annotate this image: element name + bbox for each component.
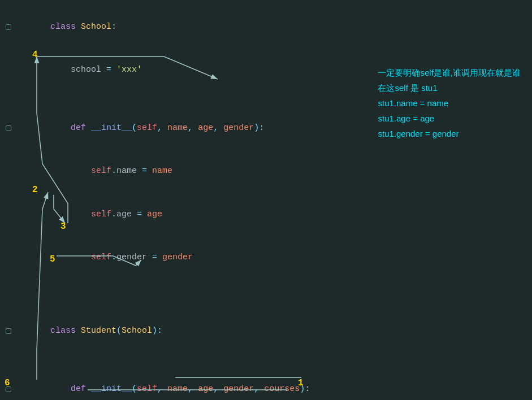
anno-line-3: stu1.name = name [378,95,521,111]
kw-def: def [71,123,91,133]
classname-school-inherit: School [122,326,152,336]
param-name: name [167,123,188,133]
val-gender: gender [162,253,193,262]
fold-indicator-1[interactable] [6,24,11,30]
gutter-student [0,328,17,334]
fold-indicator-4[interactable] [6,125,11,131]
code-editor: class School: school = 'xxx' def __init_… [0,0,532,400]
badge-3: 3 [60,221,66,232]
code-line-blank3 [0,294,532,310]
eq: = [106,65,116,75]
gutter-1 [0,24,17,30]
param-age: age [198,123,213,133]
param-self: self [137,123,157,133]
badge-1: 1 [298,378,304,388]
badge-5: 5 [50,254,55,264]
code-line-7: self.gender = gender [0,236,532,279]
code-line-blank2 [0,279,532,294]
p-courses: courses [264,384,300,394]
annotation-box: 一定要明确self是谁,谁调用现在就是谁 在这self 是 stu1 stu1.… [378,65,521,141]
p-name2: name [167,384,188,394]
anno-line-1: 一定要明确self是谁,谁调用现在就是谁 [378,65,521,80]
code-line-1: class School: [0,6,532,49]
fn-init2: __init__ [91,384,132,394]
code-line-6: self.age = age [0,193,532,236]
code-line-5: self.name = name [0,150,532,193]
self-ref3: self [91,253,111,262]
str-xxx: 'xxx' [116,65,142,75]
fn-init: __init__ [91,123,132,133]
param-self2: self [137,384,157,394]
anno-line-5: stu1.gender = gender [378,126,521,141]
badge-4: 4 [32,50,38,60]
badge-2: 2 [32,185,38,195]
keyword-class: class [50,22,81,32]
p-age2: age [198,384,213,394]
badge-6: 6 [5,378,10,388]
colon: : [111,22,116,32]
attr-age: age [116,210,137,219]
gutter-4 [0,125,17,131]
code-line-init2: def __init__(self, name, age, gender, co… [0,368,532,400]
code-line-blank4 [0,353,532,368]
anno-line-4: stu1.age = age [378,111,521,126]
attr-gender: gender [116,253,152,262]
param-gender: gender [223,123,254,133]
val-age: age [147,210,162,219]
kw-class2: class [50,326,81,336]
line-content-5: self.name = name [17,151,532,193]
self-ref1: self [91,166,111,176]
line-content-1: class School: [17,6,532,48]
fold-indicator-student[interactable] [6,328,11,334]
var-school: school [71,65,106,75]
paren-open: ( [132,123,137,133]
attr-name: name [116,166,142,176]
line-content-student: class Student(School): [17,310,532,352]
val-name: name [152,166,172,176]
paren-close: ): [254,123,264,133]
line-content-7: self.gender = gender [17,237,532,279]
line-content-6: self.age = age [17,194,532,236]
line-content-init2: def __init__(self, name, age, gender, co… [17,368,532,400]
p-gender2: gender [223,384,254,394]
classname-school: School [81,22,111,32]
code-line-student: class Student(School): [0,310,532,353]
classname-student: Student [81,326,116,336]
kw-def2: def [71,384,91,394]
anno-line-2: 在这self 是 stu1 [378,80,521,95]
self-ref2: self [91,210,111,219]
